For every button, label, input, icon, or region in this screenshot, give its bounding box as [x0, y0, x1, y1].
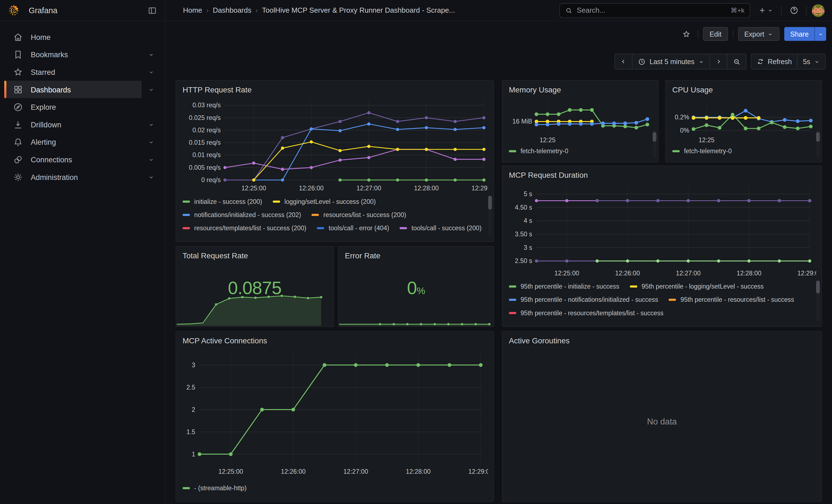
sidebar-item-label: Bookmarks	[31, 50, 68, 59]
sidebar-item-alerting[interactable]: Alerting	[4, 133, 141, 151]
chevron-down-icon[interactable]	[142, 133, 161, 151]
search-placeholder: Search...	[577, 6, 730, 14]
legend-item[interactable]: resources/list - success (200)	[312, 208, 406, 221]
panel-title[interactable]: Total Request Rate	[182, 250, 248, 261]
time-back-button[interactable]	[615, 54, 633, 70]
panel-title[interactable]: CPU Usage	[672, 84, 815, 96]
panel-title[interactable]: Memory Usage	[509, 84, 651, 96]
legend-item[interactable]: 95th percentile - initialize - success	[509, 280, 619, 293]
legend-item[interactable]: 95th percentile - notifications/initiali…	[509, 293, 658, 307]
scrollbar-thumb[interactable]	[816, 281, 820, 293]
legend-item[interactable]: fetch-telemetry-0	[672, 144, 732, 157]
scrollbar-thumb[interactable]	[653, 132, 656, 142]
breadcrumb-separator: ›	[252, 7, 262, 14]
legend-item[interactable]: notifications/initialized - success (202…	[182, 208, 301, 221]
sidebar-item-starred[interactable]: Starred	[4, 63, 141, 81]
legend-item[interactable]: tools/call - error (404)	[317, 221, 389, 234]
share-menu-button[interactable]	[814, 27, 826, 41]
sidebar-row: Drilldown	[0, 115, 165, 133]
clock-icon	[638, 57, 646, 65]
chevron-down-icon[interactable]	[142, 63, 161, 81]
search-shortcut: ⌘+k	[731, 6, 745, 14]
chevron-down-icon[interactable]	[142, 115, 161, 133]
sidebar-item-connections[interactable]: Connections	[4, 151, 141, 168]
sidebar-toggle-icon[interactable]	[146, 4, 158, 17]
legend-item[interactable]: logging/setLevel - success (200)	[272, 195, 375, 208]
breadcrumb-item[interactable]: Dashboards	[213, 6, 251, 14]
grafana-logo-icon[interactable]	[7, 4, 20, 17]
help-button[interactable]	[787, 4, 801, 17]
sidebar-item-administration[interactable]: Administration	[4, 168, 141, 186]
legend-item[interactable]: tools/list - success (200)	[182, 234, 262, 237]
mcp-request-duration-chart[interactable]: 5 s4.50 s4 s3.50 s3 s2.50 s12:25:0012:26…	[509, 181, 816, 279]
chart-legend: initialize - success (200)logging/setLev…	[182, 195, 487, 237]
legend-item[interactable]: 95th percentile - resources/list - succe…	[669, 293, 794, 307]
panel-error-rate: Error Rate 0%	[338, 246, 494, 327]
add-button[interactable]	[755, 4, 776, 17]
memory-usage-chart[interactable]: 16 MiB12:25	[509, 96, 653, 143]
panel-title[interactable]: HTTP Request Rate	[182, 84, 487, 96]
sidebar-row: Dashboards	[0, 81, 165, 98]
sidebar-item-dashboards[interactable]: Dashboards	[4, 81, 141, 98]
divider	[698, 30, 699, 38]
panel-title[interactable]: Active Goroutines	[509, 335, 815, 346]
legend-scrollbar	[653, 130, 656, 157]
legend-swatch	[182, 487, 190, 489]
cpu-usage-chart[interactable]: 0.2%0%12:25	[672, 96, 816, 143]
legend-item[interactable]: 95th percentile - logging/setLevel - suc…	[630, 280, 763, 293]
time-range-label: Last 5 minutes	[650, 57, 695, 65]
panel-title[interactable]: MCP Request Duration	[509, 169, 815, 181]
share-split-button: Share	[784, 27, 826, 41]
search-input[interactable]: Search... ⌘+k	[560, 3, 750, 18]
legend-label: 95th percentile - logging/setLevel - suc…	[642, 283, 764, 290]
time-range-picker[interactable]: Last 5 minutes	[632, 54, 710, 70]
svg-text:12:26:00: 12:26:00	[281, 468, 306, 475]
refresh-button[interactable]: Refresh	[751, 54, 798, 70]
legend-item[interactable]: resources/templates/list - success (200)	[182, 221, 306, 234]
mcp-active-connections-chart[interactable]: 32.521.5112:25:0012:26:0012:27:0012:28:0…	[182, 346, 488, 480]
scrollbar-thumb[interactable]	[816, 132, 820, 142]
legend-label: logging/setLevel - success (200)	[285, 197, 376, 205]
legend-label: resources/list - success (200)	[323, 211, 406, 218]
sidebar-item-label: Drilldown	[31, 120, 61, 129]
favorite-star-button[interactable]	[679, 27, 693, 41]
sidebar-item-drilldown[interactable]: Drilldown	[4, 115, 141, 133]
question-circle-icon	[789, 6, 799, 15]
chevron-down-icon[interactable]	[142, 168, 161, 186]
legend-item[interactable]: tools/call - success (200)	[400, 221, 482, 234]
svg-text:0.015 req/s: 0.015 req/s	[189, 139, 221, 146]
sidebar-item-bookmarks[interactable]: Bookmarks	[4, 46, 141, 63]
chart-legend: fetch-telemetry-0	[509, 144, 651, 157]
legend-item[interactable]: fetch-telemetry-0	[509, 144, 568, 157]
refresh-interval-picker[interactable]: 5s	[797, 54, 826, 70]
sidebar-item-label: Alerting	[31, 137, 56, 146]
stat-value: 0%	[407, 278, 425, 298]
legend-item[interactable]: 95th percentile - resources/templates/li…	[509, 307, 664, 320]
legend-item[interactable]: initialize - success (200)	[182, 195, 262, 208]
legend-item[interactable]: unknown - success (200)	[273, 234, 356, 237]
svg-text:5 s: 5 s	[524, 190, 532, 197]
sidebar-item-explore[interactable]: Explore	[4, 98, 161, 116]
legend-swatch	[509, 150, 516, 152]
chevron-down-icon[interactable]	[142, 46, 161, 63]
share-button[interactable]: Share	[784, 27, 814, 41]
chevron-down-icon[interactable]	[142, 81, 161, 98]
time-forward-button[interactable]	[709, 54, 727, 70]
panel-title[interactable]: Error Rate	[345, 250, 381, 261]
svg-text:12:29:00: 12:29:00	[472, 185, 488, 192]
http-request-rate-chart[interactable]: 0.03 req/s0.025 req/s0.02 req/s0.015 req…	[182, 96, 488, 194]
time-picker-group: Last 5 minutes	[615, 54, 747, 70]
legend-label: tools/call - success (200)	[412, 224, 482, 232]
breadcrumb-item[interactable]: Home	[183, 6, 202, 14]
legend-item[interactable]: - (streamable-http)	[182, 481, 246, 494]
user-avatar[interactable]	[812, 4, 825, 17]
svg-text:2.50 s: 2.50 s	[515, 257, 532, 264]
chevron-down-icon[interactable]	[142, 151, 161, 168]
zoom-out-button[interactable]	[727, 54, 747, 70]
sidebar-item-home[interactable]: Home	[4, 28, 161, 46]
scrollbar-thumb[interactable]	[488, 196, 492, 210]
export-button[interactable]: Export	[738, 27, 780, 41]
edit-button[interactable]: Edit	[703, 27, 728, 41]
legend-label: fetch-telemetry-0	[521, 148, 568, 155]
panel-title[interactable]: MCP Active Connections	[182, 335, 487, 346]
